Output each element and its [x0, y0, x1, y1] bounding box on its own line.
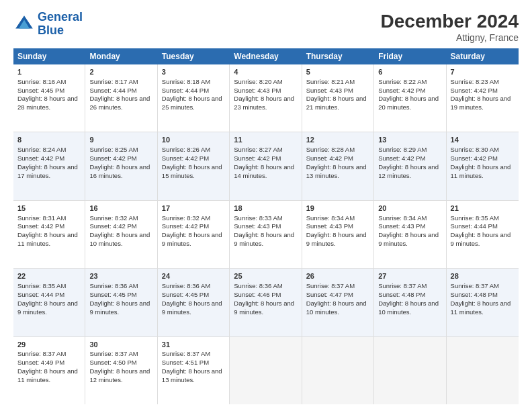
daylight-label: Daylight: 8 hours and 15 minutes. [162, 163, 222, 179]
sunrise-label: Sunrise: 8:21 AM [306, 78, 355, 85]
sunrise-label: Sunrise: 8:37 AM [162, 350, 210, 357]
day-number: 9 [89, 135, 152, 145]
day-number: 3 [162, 67, 225, 77]
sunset-label: Sunset: 4:48 PM [378, 291, 425, 298]
day-number: 6 [378, 67, 441, 77]
calendar-cell-empty [230, 337, 302, 404]
day-header: Sunday [13, 48, 85, 64]
calendar-cell: 16Sunrise: 8:32 AMSunset: 4:42 PMDayligh… [85, 201, 157, 268]
daylight-label: Daylight: 8 hours and 9 minutes. [17, 300, 78, 316]
sunset-label: Sunset: 4:42 PM [306, 154, 353, 162]
sunrise-label: Sunrise: 8:24 AM [17, 146, 66, 153]
daylight-label: Daylight: 8 hours and 16 minutes. [89, 163, 150, 179]
daylight-label: Daylight: 8 hours and 14 minutes. [234, 163, 294, 179]
calendar-cell-empty [374, 337, 446, 404]
calendar-cell: 23Sunrise: 8:36 AMSunset: 4:45 PMDayligh… [85, 269, 157, 336]
sunset-label: Sunset: 4:42 PM [234, 154, 281, 162]
day-number: 19 [306, 203, 369, 214]
calendar: SundayMondayTuesdayWednesdayThursdayFrid… [13, 48, 519, 404]
calendar-cell: 27Sunrise: 8:37 AMSunset: 4:48 PMDayligh… [374, 269, 446, 336]
day-number: 15 [17, 203, 81, 214]
sunrise-label: Sunrise: 8:37 AM [306, 282, 355, 289]
sunrise-label: Sunrise: 8:25 AM [89, 146, 138, 153]
sunrise-label: Sunrise: 8:34 AM [306, 214, 355, 222]
calendar-body: 1Sunrise: 8:16 AMSunset: 4:45 PMDaylight… [13, 64, 519, 404]
day-number: 1 [17, 67, 81, 77]
day-number: 31 [162, 340, 225, 350]
daylight-label: Daylight: 8 hours and 9 minutes. [234, 231, 294, 247]
sunset-label: Sunset: 4:42 PM [17, 222, 64, 230]
sunset-label: Sunset: 4:42 PM [89, 222, 136, 230]
header: General Blue December 2024 Attigny, Fran… [13, 11, 519, 43]
logo-icon [13, 13, 35, 35]
sunrise-label: Sunrise: 8:27 AM [234, 146, 282, 153]
calendar-cell-empty [447, 337, 519, 404]
daylight-label: Daylight: 8 hours and 11 minutes. [451, 300, 511, 316]
sunset-label: Sunset: 4:42 PM [162, 154, 209, 162]
day-number: 16 [89, 203, 152, 214]
daylight-label: Daylight: 8 hours and 9 minutes. [451, 231, 511, 247]
calendar-cell: 5Sunrise: 8:21 AMSunset: 4:43 PMDaylight… [302, 64, 374, 132]
logo-text: General Blue [38, 11, 83, 38]
day-number: 17 [162, 203, 225, 214]
sunset-label: Sunset: 4:43 PM [378, 222, 425, 230]
daylight-label: Daylight: 8 hours and 10 minutes. [306, 300, 367, 316]
calendar-cell: 17Sunrise: 8:32 AMSunset: 4:42 PMDayligh… [158, 201, 230, 268]
calendar-cell: 10Sunrise: 8:26 AMSunset: 4:42 PMDayligh… [158, 132, 230, 199]
daylight-label: Daylight: 8 hours and 23 minutes. [234, 95, 294, 111]
daylight-label: Daylight: 8 hours and 11 minutes. [17, 231, 78, 247]
sunrise-label: Sunrise: 8:36 AM [162, 282, 210, 289]
logo: General Blue [13, 11, 83, 38]
day-number: 11 [234, 135, 297, 145]
sunset-label: Sunset: 4:51 PM [162, 359, 209, 366]
sunrise-label: Sunrise: 8:37 AM [89, 350, 138, 357]
sunset-label: Sunset: 4:44 PM [162, 87, 209, 94]
sunrise-label: Sunrise: 8:16 AM [17, 78, 66, 85]
sunrise-label: Sunrise: 8:35 AM [451, 214, 499, 222]
calendar-row: 29Sunrise: 8:37 AMSunset: 4:49 PMDayligh… [13, 337, 519, 404]
day-number: 18 [234, 203, 297, 214]
sunrise-label: Sunrise: 8:18 AM [162, 78, 210, 85]
daylight-label: Daylight: 8 hours and 9 minutes. [162, 231, 222, 247]
calendar-cell: 14Sunrise: 8:30 AMSunset: 4:42 PMDayligh… [447, 132, 519, 199]
calendar-cell: 4Sunrise: 8:20 AMSunset: 4:43 PMDaylight… [230, 64, 302, 132]
sunset-label: Sunset: 4:42 PM [451, 87, 498, 94]
day-number: 4 [234, 67, 297, 77]
sunrise-label: Sunrise: 8:37 AM [17, 350, 66, 357]
sunrise-label: Sunrise: 8:17 AM [89, 78, 138, 85]
daylight-label: Daylight: 8 hours and 9 minutes. [89, 300, 150, 316]
sunrise-label: Sunrise: 8:30 AM [451, 146, 499, 153]
sunset-label: Sunset: 4:50 PM [89, 359, 136, 366]
day-header: Monday [85, 48, 157, 64]
sunset-label: Sunset: 4:45 PM [162, 291, 209, 298]
day-number: 14 [451, 135, 515, 145]
sunrise-label: Sunrise: 8:36 AM [234, 282, 282, 289]
calendar-cell: 30Sunrise: 8:37 AMSunset: 4:50 PMDayligh… [85, 337, 157, 404]
calendar-cell: 20Sunrise: 8:34 AMSunset: 4:43 PMDayligh… [374, 201, 446, 268]
sunset-label: Sunset: 4:45 PM [17, 87, 64, 94]
daylight-label: Daylight: 8 hours and 13 minutes. [162, 367, 222, 383]
calendar-cell: 8Sunrise: 8:24 AMSunset: 4:42 PMDaylight… [13, 132, 85, 199]
calendar-cell: 13Sunrise: 8:29 AMSunset: 4:42 PMDayligh… [374, 132, 446, 199]
calendar-row: 22Sunrise: 8:35 AMSunset: 4:44 PMDayligh… [13, 269, 519, 336]
daylight-label: Daylight: 8 hours and 9 minutes. [378, 231, 439, 247]
day-number: 21 [451, 203, 515, 214]
calendar-cell: 18Sunrise: 8:33 AMSunset: 4:43 PMDayligh… [230, 201, 302, 268]
sunset-label: Sunset: 4:43 PM [234, 87, 281, 94]
calendar-cell: 9Sunrise: 8:25 AMSunset: 4:42 PMDaylight… [85, 132, 157, 199]
calendar-cell: 11Sunrise: 8:27 AMSunset: 4:42 PMDayligh… [230, 132, 302, 199]
day-number: 29 [17, 340, 81, 350]
calendar-cell: 24Sunrise: 8:36 AMSunset: 4:45 PMDayligh… [158, 269, 230, 336]
sunset-label: Sunset: 4:44 PM [89, 87, 136, 94]
sunset-label: Sunset: 4:46 PM [234, 291, 281, 298]
calendar-cell: 6Sunrise: 8:22 AMSunset: 4:42 PMDaylight… [374, 64, 446, 132]
day-number: 8 [17, 135, 81, 145]
sunrise-label: Sunrise: 8:32 AM [89, 214, 138, 222]
calendar-cell: 21Sunrise: 8:35 AMSunset: 4:44 PMDayligh… [447, 201, 519, 268]
day-header: Tuesday [158, 48, 230, 64]
day-number: 10 [162, 135, 225, 145]
sunset-label: Sunset: 4:42 PM [451, 154, 498, 162]
day-number: 12 [306, 135, 369, 145]
sunset-label: Sunset: 4:45 PM [89, 291, 136, 298]
main-title: December 2024 [381, 11, 519, 32]
